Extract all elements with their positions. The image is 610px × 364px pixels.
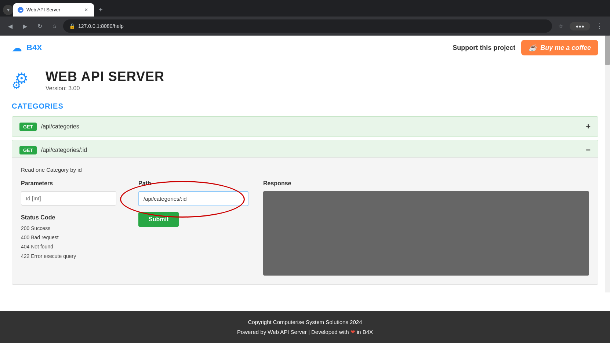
main-content: ⚙ ⚙ WEB API SERVER Version: 3.00 CATEGOR… [0,60,610,296]
back-button[interactable]: ◀ [4,20,16,32]
status-item-422: 422 Error execute query [21,252,124,261]
endpoint-left: GET /api/categories [19,123,79,131]
new-tab-button[interactable]: + [95,5,106,15]
page-title-section: ⚙ ⚙ WEB API SERVER Version: 3.00 [12,69,598,92]
bookmark-icon[interactable]: ☆ [555,20,567,32]
submit-button[interactable]: Submit [138,212,179,227]
tab-title-text: Web API Server [26,7,80,12]
support-text: Support this project [453,44,515,52]
path-input-wrapper [138,191,248,206]
toggle-expand-icon[interactable]: + [586,122,591,131]
footer-line2-suffix: in B4X [357,329,373,335]
scrollbar-thumb[interactable] [605,36,610,65]
support-section: Support this project ☕ Buy me a coffee [453,40,598,55]
params-title: Parameters [21,180,124,187]
url-text: 127.0.0.1:8080/help [78,23,124,29]
buy-coffee-button[interactable]: ☕ Buy me a coffee [521,40,598,55]
address-bar[interactable]: 🔒 127.0.0.1:8080/help [63,19,552,33]
path-section: Path Submit [138,180,248,227]
forward-button[interactable]: ▶ [19,20,31,32]
status-title: Status Code [21,214,124,221]
app-name-text: B4X [26,43,42,52]
tab-bar: ▾ ☁ Web API Server ✕ + [0,0,610,17]
page-title: WEB API SERVER [46,69,164,84]
address-right-controls: ☆ ●●● ⋮ [555,20,606,32]
refresh-button[interactable]: ↻ [34,20,46,32]
app-logo: ☁ B4X [12,42,42,54]
home-button[interactable]: ⌂ [48,20,60,32]
status-item-404: 404 Not found [21,242,124,251]
endpoint-path-id: /api/categories/:id [41,147,87,153]
browser-menu-button[interactable]: ⋮ [593,21,606,32]
page-wrapper: ☁ B4X Support this project ☕ Buy me a co… [0,36,610,343]
cloud-icon: ☁ [12,42,22,54]
path-input-field[interactable] [138,191,248,206]
endpoint-left-id: GET /api/categories/:id [19,146,87,154]
browser-chrome: ▾ ☁ Web API Server ✕ + ◀ ▶ ↻ ⌂ 🔒 127.0.0… [0,0,610,36]
response-section: Response [263,180,589,276]
detail-description: Read one Category by id [21,167,589,173]
params-section: Parameters Status Code 200 Success 400 B… [21,180,124,261]
status-section: Status Code 200 Success 400 Bad request … [21,214,124,261]
endpoint-row-categories[interactable]: GET /api/categories + [12,116,598,137]
browser-controls: ◀ ▶ ↻ ⌂ 🔒 127.0.0.1:8080/help ☆ ●●● ⋮ [0,17,610,36]
browser-tab-active[interactable]: ☁ Web API Server ✕ [13,3,94,17]
method-badge-get: GET [19,123,37,131]
endpoint-detail-panel: Read one Category by id Parameters Statu… [12,157,598,285]
lock-icon: 🔒 [69,23,75,29]
page-footer: Copyright Computerise System Solutions 2… [0,311,610,343]
app-header: ☁ B4X Support this project ☕ Buy me a co… [0,36,610,60]
gear-small-icon: ⚙ [12,79,21,91]
coffee-icon: ☕ [529,44,537,52]
profile-button[interactable]: ●●● [570,22,590,30]
footer-line2: Powered by Web API Server | Developed wi… [6,327,604,337]
scrollbar-track[interactable] [605,36,610,292]
path-title: Path [138,180,248,187]
status-item-200: 200 Success [21,224,124,233]
response-box [263,191,589,276]
status-item-400: 400 Bad request [21,233,124,242]
footer-line1: Copyright Computerise System Solutions 2… [6,317,604,327]
detail-columns: Parameters Status Code 200 Success 400 B… [21,180,589,276]
tab-favicon: ☁ [18,7,23,13]
gear-icon-group: ⚙ ⚙ [12,69,38,91]
endpoint-path-categories: /api/categories [41,123,79,130]
footer-line2-prefix: Powered by Web API Server | Developed wi… [237,329,349,335]
categories-label: CATEGORIES [12,102,598,110]
buy-coffee-label: Buy me a coffee [540,44,591,52]
tab-close-btn[interactable]: ✕ [83,7,90,13]
response-title: Response [263,180,589,187]
method-badge-get-id: GET [19,146,37,154]
param-id-input[interactable] [21,191,116,205]
tab-dropdown-btn[interactable]: ▾ [3,5,13,15]
page-title-text: WEB API SERVER Version: 3.00 [46,69,164,92]
heart-icon: ❤ [351,329,355,335]
toggle-collapse-icon[interactable]: − [586,145,591,155]
version-text: Version: 3.00 [46,85,164,92]
